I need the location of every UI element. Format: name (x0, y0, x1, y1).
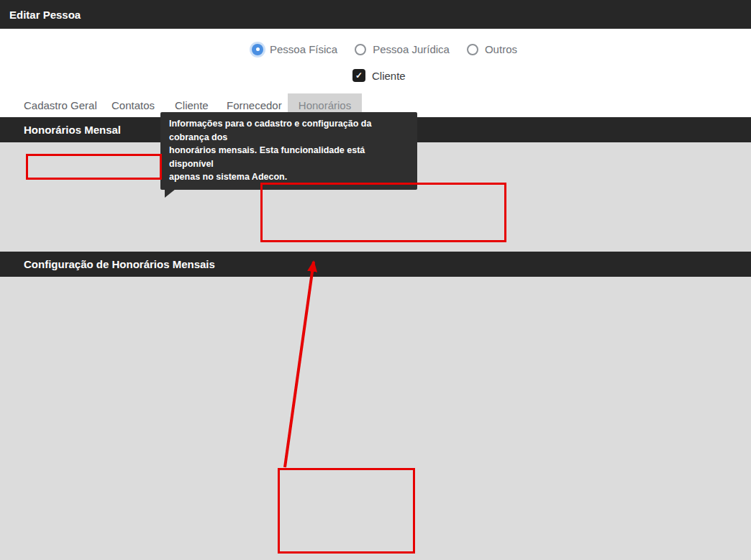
radio-label: Pessoa Física (270, 43, 337, 55)
editar-pessoa-page: Editar Pessoa Pessoa Física Pessoa Juríd… (0, 0, 751, 560)
radio-outros[interactable]: Outros (467, 43, 517, 55)
configuracao-section: + Adicionar Arraste o cabeçalho de uma c… (0, 277, 751, 560)
cliente-checkbox[interactable]: ✓ (352, 69, 365, 82)
radio-label: Pessoa Jurídica (373, 43, 450, 55)
section-title: Configuração de Honorários Mensais (24, 258, 215, 270)
radio-selected-icon[interactable] (252, 44, 263, 55)
radio-unselected-icon[interactable] (467, 44, 478, 55)
radio-unselected-icon[interactable] (355, 44, 366, 55)
section-header-configuracao: Configuração de Honorários Mensais (0, 252, 751, 277)
radio-pessoa-juridica[interactable]: Pessoa Jurídica (355, 43, 450, 55)
section-title: Honorários Mensal (24, 124, 121, 136)
page-title: Editar Pessoa (9, 9, 81, 21)
radio-label: Outros (485, 43, 517, 55)
tab-cadastro-geral[interactable]: Cadastro Geral (24, 93, 97, 117)
window-title-bar: Editar Pessoa (0, 0, 751, 29)
cliente-checkbox-label: Cliente (372, 70, 406, 82)
tooltip-arrow (165, 189, 176, 198)
tab-contatos[interactable]: Contatos (111, 93, 155, 117)
honorarios-tooltip: Informações para o cadastro e configuraç… (160, 112, 417, 190)
cliente-checkbox-row: ✓ Cliente (352, 69, 406, 82)
person-type-radio-group: Pessoa Física Pessoa Jurídica Outros (252, 43, 517, 55)
radio-pessoa-fisica[interactable]: Pessoa Física (252, 43, 337, 55)
